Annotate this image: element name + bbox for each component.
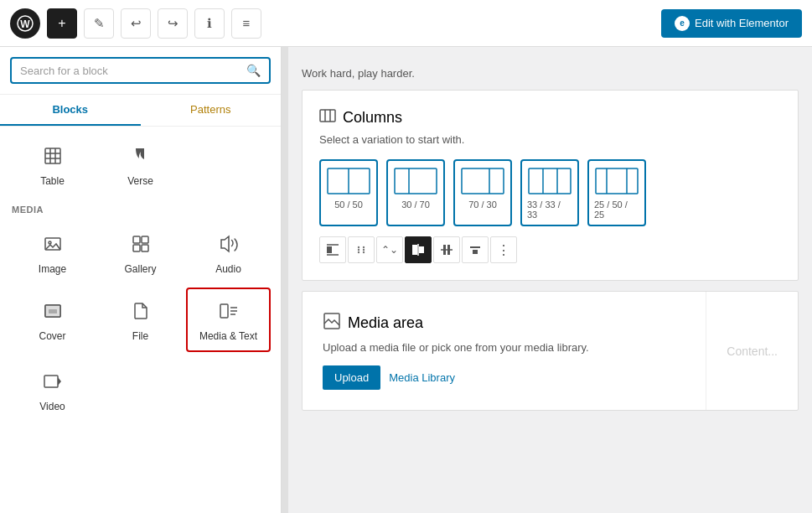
upload-button[interactable]: Upload [323,365,380,390]
svg-rect-52 [470,246,480,248]
columns-block-card: Columns Select a variation to start with… [302,90,799,281]
svg-point-41 [363,246,365,248]
svg-rect-31 [529,168,571,194]
image-icon [43,234,63,258]
svg-rect-9 [133,236,140,243]
info-button[interactable]: ℹ [194,8,225,39]
columns-title: Columns [343,109,402,127]
svg-rect-46 [412,245,417,255]
columns-subtitle: Select a variation to start with. [319,133,781,146]
block-label-audio: Audio [215,263,241,275]
svg-rect-29 [462,168,504,194]
block-item-table[interactable]: Table [10,133,95,196]
svg-rect-53 [473,250,478,254]
elementor-icon: e [675,16,690,31]
svg-rect-20 [44,376,58,387]
svg-point-42 [358,249,359,251]
svg-rect-15 [49,309,57,314]
column-options: 50 / 50 30 / 70 70 / 30 [319,159,781,226]
media-block-buttons: Upload Media Library [323,365,685,390]
media-area: Media area Upload a media file or pick o… [303,292,706,410]
block-group-media: Image Gallery Audio Cover [10,221,271,352]
media-text-icon [219,301,239,325]
tools-button[interactable]: ≡ [231,8,261,39]
block-label-image: Image [39,263,66,275]
toolbar-text-top[interactable] [462,236,489,263]
wp-logo[interactable]: W [10,8,40,39]
columns-block-header: Columns [319,107,781,128]
svg-point-44 [358,251,359,253]
table-icon [43,146,63,170]
svg-marker-21 [58,377,61,386]
block-item-gallery[interactable]: Gallery [98,221,183,284]
toolbar-more-options[interactable]: ⋮ [490,236,517,263]
svg-rect-12 [142,245,148,251]
col-option-33-33-33[interactable]: 33 / 33 / 33 [520,159,579,226]
search-box: 🔍 [10,57,271,84]
col-option-25-50-25[interactable]: 25 / 50 / 25 [587,159,646,226]
block-group-video: Video [10,359,271,422]
block-item-file[interactable]: File [98,288,183,352]
svg-rect-37 [327,246,332,253]
block-label-verse: Verse [127,175,153,187]
topbar: W + ✎ ↩ ↪ ℹ ≡ e Edit with Elementor [0,0,812,47]
toolbar-align-left[interactable] [319,236,346,263]
block-item-cover[interactable]: Cover [10,288,95,352]
block-item-audio[interactable]: Audio [186,221,271,284]
edit-with-elementor-button[interactable]: e Edit with Elementor [661,9,802,38]
toolbar-drag[interactable] [348,236,375,263]
col-option-50-50[interactable]: 50 / 50 [319,159,378,226]
edit-icon-button[interactable]: ✎ [84,8,114,39]
svg-point-8 [49,241,51,244]
block-item-image[interactable]: Image [10,221,95,284]
verse-icon [131,146,151,170]
block-item-video[interactable]: Video [10,359,95,422]
tab-blocks[interactable]: Blocks [0,95,141,126]
columns-icon [319,107,336,128]
toolbar-align-content-active[interactable] [405,236,432,263]
media-text-block-card: Media area Upload a media file or pick o… [302,291,799,411]
undo-button[interactable]: ↩ [121,8,151,39]
media-area-icon [323,312,341,334]
svg-point-45 [363,251,365,253]
tab-bar: Blocks Patterns [0,95,281,127]
svg-rect-10 [142,236,148,243]
sidebar-scrollbar[interactable] [282,0,288,513]
search-icon: 🔍 [246,64,261,77]
intro-text: Work hard, play harder. [302,60,799,90]
svg-point-40 [358,246,359,248]
blocks-list: Table Verse MEDIA Image [0,127,281,513]
media-block-header: Media area [323,312,685,334]
col-option-30-70[interactable]: 30 / 70 [386,159,445,226]
media-library-link[interactable]: Media Library [389,371,455,384]
search-area: 🔍 [0,47,281,95]
toolbar-move-up-down[interactable]: ⌃⌄ [376,236,403,263]
block-item-media-text[interactable]: Media & Text [186,288,271,352]
gallery-icon [131,234,151,258]
main-canvas: Work hard, play harder. Columns Select a… [288,47,812,513]
block-label-file: File [132,330,148,342]
block-label-video: Video [39,401,65,412]
sidebar: 🔍 Blocks Patterns Table Verse MEDIA [0,47,282,513]
col-label-25-50-25: 25 / 50 / 25 [594,200,639,220]
svg-rect-34 [596,168,638,194]
svg-rect-27 [395,168,437,194]
toolbar-align-wide[interactable] [433,236,460,263]
columns-toolbar: ⌃⌄ ⋮ [319,236,781,263]
col-label-70-30: 70 / 30 [468,200,497,210]
media-section-label: MEDIA [10,205,271,215]
redo-button[interactable]: ↪ [158,8,188,39]
block-group-text: Table Verse [10,133,271,196]
col-label-33-33-33: 33 / 33 / 33 [527,200,572,220]
block-item-verse[interactable]: Verse [98,133,183,196]
block-label-gallery: Gallery [124,263,156,275]
media-content-placeholder: Content... [706,292,798,410]
tab-patterns[interactable]: Patterns [141,95,282,126]
col-option-70-30[interactable]: 70 / 30 [453,159,512,226]
svg-rect-2 [45,148,60,163]
add-block-button[interactable]: + [47,8,77,39]
search-input[interactable] [20,65,240,77]
svg-point-43 [363,249,365,251]
svg-rect-11 [133,245,140,251]
block-label-media-text: Media & Text [199,330,257,342]
